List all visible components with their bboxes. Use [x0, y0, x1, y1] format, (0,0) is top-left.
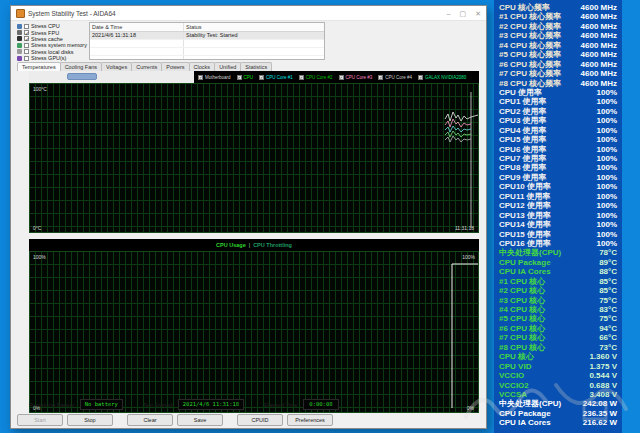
legend-item-cpu[interactable]: ✓CPU	[237, 75, 254, 80]
cell-status: Stability Test: Started	[184, 32, 324, 39]
sensor-value: 66°C	[599, 333, 617, 342]
sensor-row: #6 CPU 核心94°C	[499, 324, 617, 333]
legend-checkbox[interactable]: ✓	[339, 75, 344, 80]
checkbox[interactable]	[24, 49, 29, 54]
sensor-row: #2 CPU 核心85°C	[499, 286, 617, 295]
column-header-datetime[interactable]: Date & Time	[90, 23, 184, 31]
sensor-value: 4600 MHz	[581, 12, 617, 21]
legend-checkbox[interactable]: ✓	[198, 75, 203, 80]
legend-checkbox[interactable]: ✓	[237, 75, 242, 80]
legend-item-cpu-core-3[interactable]: ✓CPU Core #3	[339, 75, 373, 80]
cell-empty	[90, 40, 184, 47]
tab-unified[interactable]: Unified	[214, 62, 241, 71]
checkbox[interactable]: ✓	[24, 30, 29, 35]
sensor-label: #4 CPU 核心频率	[499, 41, 561, 50]
checkbox[interactable]	[24, 56, 29, 61]
cpu-throttling-label: CPU Throttling	[253, 242, 292, 248]
legend-label: CPU Core #2	[306, 75, 333, 80]
sensor-row: CPU 核心1.360 V	[499, 352, 617, 361]
close-icon[interactable]: ✕	[475, 10, 481, 17]
sensor-label: CPU IA Cores	[499, 267, 551, 276]
sensor-row: #1 CPU 核心85°C	[499, 277, 617, 286]
cpu-usage-graph: CPU Usage | CPU Throttling 100% 100% 0% …	[29, 239, 479, 413]
event-log-table: Date & Time Status 2021/4/6 11:31:18Stab…	[89, 22, 325, 60]
remaining-battery-value: No battery	[80, 399, 123, 410]
sensor-row: CPU IA Cores216.62 W	[499, 418, 617, 427]
graph-tabs: TemperaturesCooling FansVoltagesCurrents…	[17, 62, 271, 71]
start-button: Start	[17, 414, 63, 426]
cell-empty	[184, 40, 324, 47]
preferences-button[interactable]: Preferences	[287, 414, 333, 426]
legend-label: GALAX NVIDIA2080	[425, 75, 466, 80]
sensor-row: #5 CPU 核心频率4600 MHz	[499, 50, 617, 59]
graph-hscrollbar[interactable]	[29, 71, 194, 83]
sensor-value: 236.35 W	[583, 409, 617, 418]
sensor-label: #6 CPU 核心频率	[499, 60, 561, 69]
tab-temperatures[interactable]: Temperatures	[17, 62, 61, 71]
legend-checkbox[interactable]: ✓	[259, 75, 264, 80]
sensor-value: 4600 MHz	[581, 3, 617, 12]
table-row[interactable]: 2021/4/6 11:31:18Stability Test: Started	[90, 32, 324, 40]
legend-item-cpu-core-4[interactable]: ✓CPU Core #4	[378, 75, 412, 80]
minimize-icon[interactable]: –	[447, 10, 451, 17]
legend-label: Motherboard	[205, 75, 231, 80]
sensor-row: VCCIO20.688 V	[499, 381, 617, 390]
legend-item-motherboard[interactable]: ✓Motherboard	[198, 75, 231, 80]
legend-checkbox[interactable]: ✓	[378, 75, 383, 80]
legend-item-cpu-core-1[interactable]: ✓CPU Core #1	[259, 75, 293, 80]
tab-statistics[interactable]: Statistics	[240, 62, 272, 71]
window-titlebar[interactable]: System Stability Test - AIDA64 – ▢ ✕	[11, 6, 486, 21]
sensor-label: CPU Package	[499, 258, 551, 267]
column-header-status[interactable]: Status	[184, 23, 324, 31]
sensor-value: 100%	[597, 97, 617, 106]
sensor-panel: CPU 核心频率4600 MHz#1 CPU 核心频率4600 MHz#2 CP…	[494, 0, 622, 433]
tab-clocks[interactable]: Clocks	[189, 62, 216, 71]
stop-button[interactable]: Stop	[67, 414, 113, 426]
temperature-legend: ✓Motherboard✓CPU✓CPU Core #1✓CPU Core #2…	[194, 71, 479, 83]
sensor-value: 100%	[597, 88, 617, 97]
tab-currents[interactable]: Currents	[131, 62, 162, 71]
tab-cooling-fans[interactable]: Cooling Fans	[60, 62, 102, 71]
stress-option-stress-system-memory[interactable]: Stress system memory	[17, 42, 91, 48]
sensor-label: CPU16 使用率	[499, 239, 551, 248]
cache-icon	[17, 36, 22, 41]
elapsed-time-label: Elapsed Time:	[264, 402, 299, 408]
save-button[interactable]: Save	[177, 414, 223, 426]
cell-empty	[90, 56, 184, 60]
sensor-value: 85°C	[599, 286, 617, 295]
sensor-value: 3.408 V	[589, 390, 617, 399]
cpu-usage-label: CPU Usage	[216, 242, 246, 248]
stress-option-stress-gpu-s[interactable]: Stress GPU(s)	[17, 55, 91, 61]
sensor-row: #4 CPU 核心频率4600 MHz	[499, 41, 617, 50]
stress-option-label: Stress cache	[31, 36, 63, 42]
checkbox[interactable]: ✓	[24, 36, 29, 41]
cpu-usage-graph-title: CPU Usage | CPU Throttling	[29, 239, 479, 251]
cpuid-button[interactable]: CPUID	[237, 414, 283, 426]
legend-checkbox[interactable]: ✓	[299, 75, 304, 80]
checkbox[interactable]	[24, 24, 29, 29]
maximize-icon[interactable]: ▢	[460, 10, 467, 17]
sensor-value: 1.360 V	[589, 352, 617, 361]
sensor-row: CPU6 使用率100%	[499, 145, 617, 154]
legend-label: CPU	[244, 75, 254, 80]
sensor-label: CPU12 使用率	[499, 201, 551, 210]
sensor-row: CPU2 使用率100%	[499, 107, 617, 116]
sensor-label: CPU10 使用率	[499, 182, 551, 191]
legend-item-galax-nvidia2080[interactable]: ✓GALAX NVIDIA2080	[418, 75, 466, 80]
legend-item-cpu-core-2[interactable]: ✓CPU Core #2	[299, 75, 333, 80]
checkbox[interactable]	[24, 43, 29, 48]
tab-voltages[interactable]: Voltages	[101, 62, 132, 71]
memory-icon	[17, 43, 22, 48]
sensor-value: 75°C	[599, 314, 617, 323]
sensor-label: CPU15 使用率	[499, 230, 551, 239]
graph-hscrollbar-thumb[interactable]	[67, 73, 97, 80]
sensor-label: CPU1 使用率	[499, 97, 547, 106]
sensor-label: #3 CPU 核心	[499, 296, 545, 305]
tab-powers[interactable]: Powers	[161, 62, 189, 71]
clear-button[interactable]: Clear	[127, 414, 173, 426]
aida64-app-icon	[16, 9, 25, 18]
sensor-label: CPU2 使用率	[499, 107, 547, 116]
cpu-usage-series-line	[30, 252, 478, 412]
legend-checkbox[interactable]: ✓	[418, 75, 423, 80]
legend-label: CPU Core #3	[346, 75, 373, 80]
